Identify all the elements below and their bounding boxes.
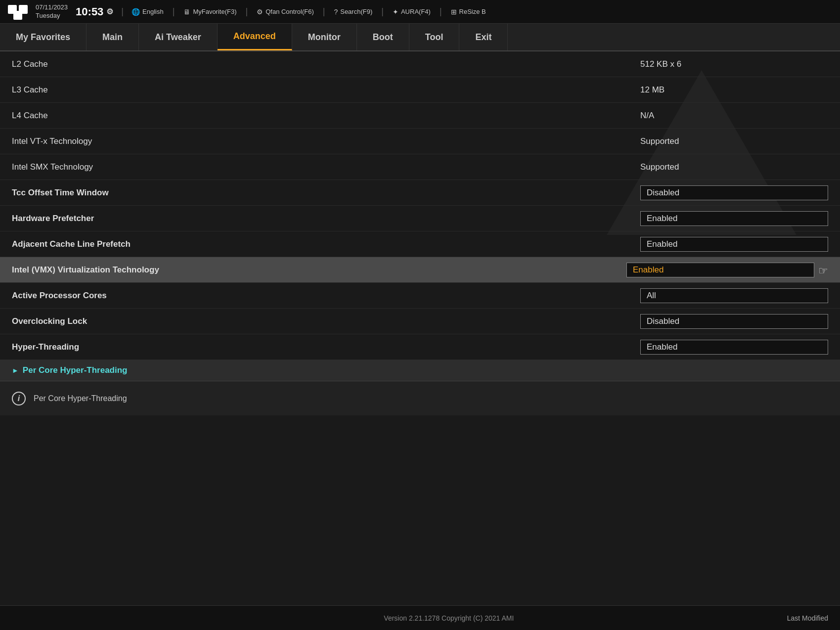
tab-monitor[interactable]: Monitor xyxy=(292,24,357,50)
toolbar-aura-label: AURA(F4) xyxy=(401,8,431,15)
cursor-pointer-icon: ☞ xyxy=(818,265,828,277)
label-l3-cache: L3 Cache xyxy=(12,85,640,95)
setting-row-hw-prefetch[interactable]: Hardware Prefetcher Enabled xyxy=(0,206,840,231)
label-hw-prefetch: Hardware Prefetcher xyxy=(12,214,640,224)
toolbar-myfavorite[interactable]: 🖥 MyFavorite(F3) xyxy=(183,8,236,16)
label-tcc-offset: Tcc Offset Time Window xyxy=(12,188,640,198)
value-active-proc[interactable]: All xyxy=(640,288,828,303)
label-intel-smx: Intel SMX Technology xyxy=(12,162,640,172)
setting-row-intel-vmx[interactable]: Intel (VMX) Virtualization Technology En… xyxy=(0,257,840,283)
info-icon: i xyxy=(12,392,26,405)
label-adj-cache: Adjacent Cache Line Prefetch xyxy=(12,239,640,249)
info-bar: i Per Core Hyper-Threading xyxy=(0,381,840,415)
svg-rect-2 xyxy=(13,11,22,20)
nav-tabs: My Favorites Main Ai Tweaker Advanced Mo… xyxy=(0,24,840,51)
info-text: Per Core Hyper-Threading xyxy=(34,394,127,403)
tab-advanced[interactable]: Advanced xyxy=(218,24,292,50)
search-icon: ? xyxy=(334,8,338,16)
resize-icon: ⊞ xyxy=(451,8,457,16)
label-l2-cache: L2 Cache xyxy=(12,59,640,69)
footer-last-modified: Last Modified xyxy=(787,614,828,622)
qfan-icon: ⚙ xyxy=(257,8,263,16)
value-intel-smx: Supported xyxy=(640,162,828,172)
time-display: 10:53 ⚙ xyxy=(76,5,113,18)
day-text: Tuesday xyxy=(36,12,60,20)
toolbar-resize[interactable]: ⊞ ReSize B xyxy=(451,8,486,16)
asus-logo xyxy=(8,3,28,21)
time-text: 10:53 xyxy=(76,5,103,18)
toolbar-search-label: Search(F9) xyxy=(340,8,372,15)
label-per-core-ht-expandable: Per Core Hyper-Threading xyxy=(23,365,828,375)
aura-icon: ✦ xyxy=(393,8,398,16)
toolbar: 🌐 English | 🖥 MyFavorite(F3) | ⚙ Qfan Co… xyxy=(132,6,486,17)
label-hyper-threading: Hyper-Threading xyxy=(12,342,640,352)
setting-row-hyper-threading[interactable]: Hyper-Threading Enabled xyxy=(0,334,840,360)
gear-icon[interactable]: ⚙ xyxy=(106,7,113,16)
tab-boot[interactable]: Boot xyxy=(357,24,409,50)
toolbar-english[interactable]: 🌐 English xyxy=(132,8,164,16)
datetime-display: 07/11/2023 Tuesday xyxy=(36,3,68,20)
setting-row-adj-cache[interactable]: Adjacent Cache Line Prefetch Enabled xyxy=(0,231,840,257)
value-l3-cache: 12 MB xyxy=(640,85,828,95)
value-tcc-offset[interactable]: Disabled xyxy=(640,185,828,200)
label-intel-vmx: Intel (VMX) Virtualization Technology xyxy=(12,265,626,275)
setting-row-active-proc[interactable]: Active Processor Cores All xyxy=(0,283,840,309)
separator: | xyxy=(121,6,124,17)
value-l4-cache: N/A xyxy=(640,111,828,121)
label-active-proc: Active Processor Cores xyxy=(12,291,640,301)
date-text: 07/11/2023 xyxy=(36,3,68,12)
setting-row-l3-cache[interactable]: L3 Cache 12 MB xyxy=(0,77,840,103)
value-intel-vtx: Supported xyxy=(640,136,828,146)
main-content: L2 Cache 512 KB x 6 L3 Cache 12 MB L4 Ca… xyxy=(0,51,840,605)
label-oc-lock: Overclocking Lock xyxy=(12,316,640,326)
tab-exit[interactable]: Exit xyxy=(459,24,508,50)
expand-arrow-icon: ► xyxy=(12,366,19,374)
setting-row-intel-vtx[interactable]: Intel VT-x Technology Supported xyxy=(0,129,840,154)
setting-row-oc-lock[interactable]: Overclocking Lock Disabled xyxy=(0,309,840,334)
toolbar-search[interactable]: ? Search(F9) xyxy=(334,8,372,16)
toolbar-qfan[interactable]: ⚙ Qfan Control(F6) xyxy=(257,8,314,16)
tab-my-favorites[interactable]: My Favorites xyxy=(0,24,87,50)
globe-icon: 🌐 xyxy=(132,8,140,16)
label-l4-cache: L4 Cache xyxy=(12,111,640,121)
value-hw-prefetch[interactable]: Enabled xyxy=(640,211,828,226)
toolbar-qfan-label: Qfan Control(F6) xyxy=(265,8,314,15)
tab-ai-tweaker[interactable]: Ai Tweaker xyxy=(139,24,218,50)
setting-row-per-core-ht-expandable[interactable]: ► Per Core Hyper-Threading xyxy=(0,360,840,381)
settings-list: L2 Cache 512 KB x 6 L3 Cache 12 MB L4 Ca… xyxy=(0,51,840,605)
setting-row-tcc-offset[interactable]: Tcc Offset Time Window Disabled xyxy=(0,180,840,206)
setting-row-intel-smx[interactable]: Intel SMX Technology Supported xyxy=(0,154,840,180)
setting-row-l4-cache[interactable]: L4 Cache N/A xyxy=(0,103,840,129)
footer: Version 2.21.1278 Copyright (C) 2021 AMI… xyxy=(0,605,840,630)
value-l2-cache: 512 KB x 6 xyxy=(640,59,828,69)
tab-main[interactable]: Main xyxy=(87,24,139,50)
myfavorite-icon: 🖥 xyxy=(183,8,190,16)
toolbar-english-label: English xyxy=(142,8,164,15)
toolbar-aura[interactable]: ✦ AURA(F4) xyxy=(393,8,431,16)
value-hyper-threading[interactable]: Enabled xyxy=(640,340,828,355)
header-bar: 07/11/2023 Tuesday 10:53 ⚙ | 🌐 English |… xyxy=(0,0,840,24)
toolbar-resize-label: ReSize B xyxy=(459,8,486,15)
value-intel-vmx[interactable]: Enabled xyxy=(626,263,814,277)
value-oc-lock[interactable]: Disabled xyxy=(640,314,828,329)
toolbar-myfavorite-label: MyFavorite(F3) xyxy=(193,8,236,15)
tab-tool[interactable]: Tool xyxy=(409,24,460,50)
value-adj-cache[interactable]: Enabled xyxy=(640,237,828,252)
footer-version: Version 2.21.1278 Copyright (C) 2021 AMI xyxy=(111,614,787,622)
label-intel-vtx: Intel VT-x Technology xyxy=(12,136,640,146)
setting-row-l2-cache[interactable]: L2 Cache 512 KB x 6 xyxy=(0,51,840,77)
